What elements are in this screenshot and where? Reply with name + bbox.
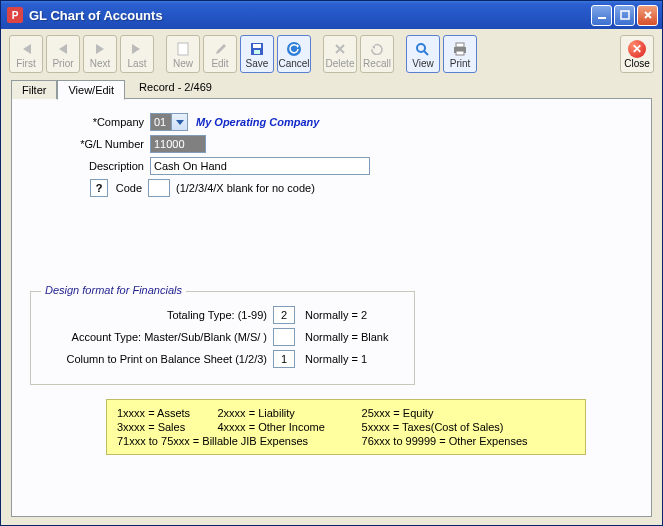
- nav-group: First Prior Next Last: [9, 35, 154, 73]
- help-button[interactable]: ?: [90, 179, 108, 197]
- window-title: GL Chart of Accounts: [29, 8, 591, 23]
- svg-rect-4: [253, 44, 261, 48]
- toolbar: First Prior Next Last New Edit Save: [1, 29, 662, 77]
- row-column-print: Column to Print on Balance Sheet (1/2/3)…: [43, 350, 402, 368]
- column-print-input[interactable]: [273, 350, 295, 368]
- dropdown-arrow-icon[interactable]: [172, 113, 188, 131]
- row-totaling-type: Totaling Type: (1-99) Normally = 2: [43, 306, 402, 324]
- info-3: 25xxx = Equity: [362, 406, 575, 420]
- totaling-type-label: Totaling Type: (1-99): [43, 309, 273, 321]
- save-button[interactable]: Save: [240, 35, 274, 73]
- view-icon: [415, 40, 431, 57]
- design-fieldset: Design format for Financials Totaling Ty…: [30, 291, 415, 385]
- tab-bar: Filter View/Edit Record - 2/469: [1, 77, 662, 99]
- totaling-type-norm: Normally = 2: [305, 309, 367, 321]
- first-icon: [19, 40, 33, 57]
- view-button[interactable]: View: [406, 35, 440, 73]
- minimize-button[interactable]: [591, 5, 612, 26]
- svg-rect-0: [598, 17, 606, 19]
- design-legend: Design format for Financials: [41, 284, 186, 296]
- gl-number-input[interactable]: [150, 135, 206, 153]
- close-label: Close: [624, 58, 650, 69]
- window-close-button[interactable]: [637, 5, 658, 26]
- svg-rect-9: [456, 43, 464, 47]
- code-label: Code: [114, 182, 148, 194]
- svg-rect-2: [178, 43, 188, 55]
- edit-button[interactable]: Edit: [203, 35, 237, 73]
- cancel-label: Cancel: [278, 58, 309, 69]
- code-input[interactable]: [148, 179, 170, 197]
- maximize-button[interactable]: [614, 5, 635, 26]
- prior-label: Prior: [52, 58, 73, 69]
- titlebar: P GL Chart of Accounts: [1, 1, 662, 29]
- info-2: 2xxxx = Liability: [218, 406, 362, 420]
- info-5: 4xxxx = Other Income: [218, 420, 362, 434]
- svg-point-7: [417, 44, 425, 52]
- prior-button[interactable]: Prior: [46, 35, 80, 73]
- delete-group: Delete Recall: [323, 35, 394, 73]
- company-label: *Company: [30, 116, 150, 128]
- row-gl-number: *G/L Number: [30, 135, 633, 153]
- recall-label: Recall: [363, 58, 391, 69]
- gl-label: *G/L Number: [30, 138, 150, 150]
- record-indicator: Record - 2/469: [139, 81, 212, 96]
- edit-group: New Edit Save Cancel: [166, 35, 311, 73]
- last-button[interactable]: Last: [120, 35, 154, 73]
- print-button[interactable]: Print: [443, 35, 477, 73]
- window-buttons: [591, 5, 658, 26]
- totaling-type-input[interactable]: [273, 306, 295, 324]
- svg-rect-1: [621, 11, 629, 19]
- save-label: Save: [246, 58, 269, 69]
- prior-icon: [57, 40, 69, 57]
- save-icon: [250, 40, 264, 57]
- new-icon: [177, 40, 189, 57]
- first-button[interactable]: First: [9, 35, 43, 73]
- info-7: 71xxx to 75xxx = Billable JIB Expenses: [117, 434, 362, 448]
- edit-label: Edit: [211, 58, 228, 69]
- view-label: View: [412, 58, 434, 69]
- next-button[interactable]: Next: [83, 35, 117, 73]
- account-type-input[interactable]: [273, 328, 295, 346]
- account-type-norm: Normally = Blank: [305, 331, 388, 343]
- print-label: Print: [450, 58, 471, 69]
- svg-rect-5: [254, 50, 260, 54]
- print-icon: [452, 40, 468, 57]
- next-label: Next: [90, 58, 111, 69]
- main-panel: *Company My Operating Company *G/L Numbe…: [11, 99, 652, 517]
- last-label: Last: [128, 58, 147, 69]
- tab-view-edit[interactable]: View/Edit: [57, 80, 125, 100]
- tab-filter[interactable]: Filter: [11, 80, 57, 99]
- app-icon: P: [7, 7, 23, 23]
- next-icon: [94, 40, 106, 57]
- new-label: New: [173, 58, 193, 69]
- recall-icon: [370, 40, 384, 57]
- last-icon: [130, 40, 144, 57]
- close-icon: ✕: [628, 40, 646, 58]
- cancel-button[interactable]: Cancel: [277, 35, 311, 73]
- info-6: 5xxxx = Taxes(Cost of Sales): [362, 420, 575, 434]
- description-label: Description: [30, 160, 150, 172]
- row-company: *Company My Operating Company: [30, 113, 633, 131]
- info-8: 76xxx to 99999 = Other Expenses: [362, 434, 575, 448]
- edit-icon: [214, 40, 226, 57]
- code-hint: (1/2/3/4/X blank for no code): [176, 182, 315, 194]
- column-print-label: Column to Print on Balance Sheet (1/2/3): [43, 353, 273, 365]
- company-code-input[interactable]: [150, 113, 172, 131]
- account-ranges-info: 1xxxx = Assets 2xxxx = Liability 25xxx =…: [106, 399, 586, 455]
- close-button[interactable]: ✕ Close: [620, 35, 654, 73]
- delete-button[interactable]: Delete: [323, 35, 357, 73]
- row-code: ? Code (1/2/3/4/X blank for no code): [30, 179, 633, 197]
- first-label: First: [16, 58, 35, 69]
- row-account-type: Account Type: Master/Sub/Blank (M/S/ ) N…: [43, 328, 402, 346]
- company-name: My Operating Company: [196, 116, 319, 128]
- company-dropdown[interactable]: [150, 113, 188, 131]
- info-1: 1xxxx = Assets: [117, 406, 218, 420]
- delete-icon: [334, 40, 346, 57]
- description-input[interactable]: [150, 157, 370, 175]
- output-group: View Print: [406, 35, 477, 73]
- info-4: 3xxxx = Sales: [117, 420, 218, 434]
- recall-button[interactable]: Recall: [360, 35, 394, 73]
- row-description: Description: [30, 157, 633, 175]
- new-button[interactable]: New: [166, 35, 200, 73]
- delete-label: Delete: [326, 58, 355, 69]
